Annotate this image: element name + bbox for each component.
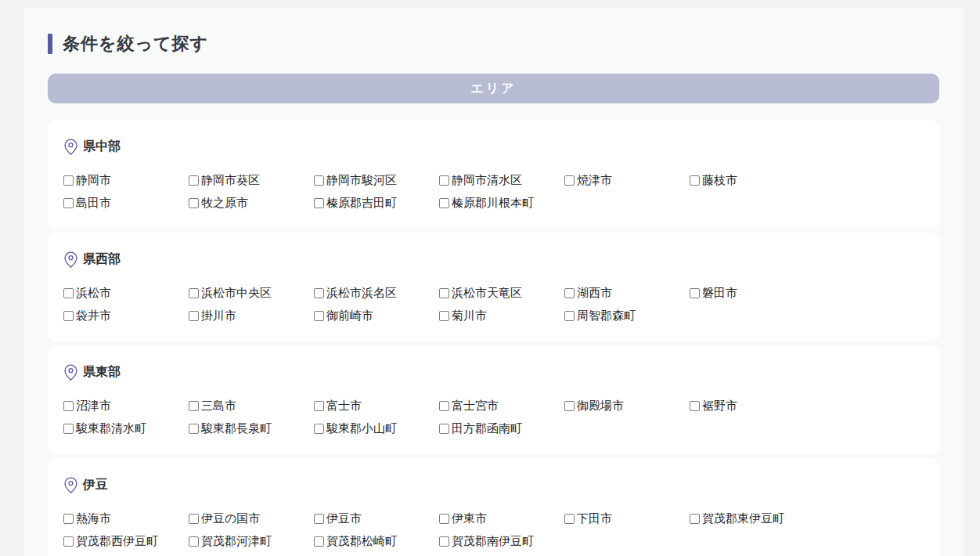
area-checkbox-item[interactable]: 御殿場市 xyxy=(564,398,690,413)
area-checkbox[interactable] xyxy=(314,175,324,186)
area-checkbox[interactable] xyxy=(189,536,199,547)
area-checkbox[interactable] xyxy=(564,514,575,524)
area-checkbox[interactable] xyxy=(314,424,324,434)
area-checkbox-item[interactable]: 静岡市駿河区 xyxy=(314,172,439,188)
area-checkbox[interactable] xyxy=(439,514,449,524)
area-checkbox[interactable] xyxy=(439,175,449,186)
area-checkbox-label: 静岡市清水区 xyxy=(452,173,522,188)
area-checkbox-item[interactable]: 駿東郡小山町 xyxy=(314,421,439,436)
area-checkbox-item[interactable]: 焼津市 xyxy=(564,172,690,188)
area-checkbox[interactable] xyxy=(189,175,199,186)
area-checkbox[interactable] xyxy=(314,198,324,208)
area-checkbox-item[interactable]: 賀茂郡東伊豆町 xyxy=(690,511,815,526)
area-checkbox-item[interactable]: 掛川市 xyxy=(189,308,314,323)
area-checkbox-item[interactable]: 榛原郡川根本町 xyxy=(439,195,564,211)
area-checkbox[interactable] xyxy=(564,311,575,321)
area-group-heading: 県中部 xyxy=(63,137,924,156)
area-group-heading: 県西部 xyxy=(63,250,924,269)
area-checkbox-item[interactable]: 静岡市清水区 xyxy=(439,172,564,188)
area-checkbox-item[interactable]: 賀茂郡西伊豆町 xyxy=(63,533,189,549)
area-checkbox[interactable] xyxy=(690,401,700,411)
area-checkbox-item[interactable]: 熱海市 xyxy=(63,511,189,526)
area-checkbox-item[interactable]: 島田市 xyxy=(63,195,189,211)
area-checkbox-item[interactable]: 伊豆の国市 xyxy=(189,511,314,526)
area-checkbox-item[interactable]: 周智郡森町 xyxy=(564,308,690,323)
area-checkbox-label: 湖西市 xyxy=(577,286,612,301)
area-checkbox-label: 御殿場市 xyxy=(577,399,624,413)
area-checkbox-item[interactable]: 磐田市 xyxy=(690,285,815,301)
area-checkbox[interactable] xyxy=(564,401,575,411)
area-checkbox[interactable] xyxy=(690,288,700,298)
area-checkbox[interactable] xyxy=(564,175,575,186)
area-checkbox-item[interactable]: 賀茂郡松崎町 xyxy=(314,533,439,549)
area-checkbox[interactable] xyxy=(439,311,449,321)
area-checkbox[interactable] xyxy=(189,288,199,298)
area-checkbox-item[interactable]: 富士宮市 xyxy=(439,398,564,413)
area-checkbox-item[interactable]: 賀茂郡河津町 xyxy=(189,533,314,549)
area-checkbox-label: 周智郡森町 xyxy=(577,309,636,323)
area-checkbox-item[interactable]: 裾野市 xyxy=(690,398,815,413)
area-checkbox-item[interactable]: 浜松市天竜区 xyxy=(439,285,564,301)
area-checkbox[interactable] xyxy=(63,198,74,208)
area-checkbox-item[interactable]: 藤枝市 xyxy=(690,172,815,188)
area-checkbox-label: 熱海市 xyxy=(76,511,111,526)
area-checkbox[interactable] xyxy=(63,401,74,411)
area-checkbox-item[interactable]: 三島市 xyxy=(189,398,314,413)
area-checkbox[interactable] xyxy=(189,424,199,434)
area-checkbox-item[interactable]: 浜松市中央区 xyxy=(189,285,314,301)
area-checkbox-item[interactable]: 静岡市葵区 xyxy=(189,172,314,188)
area-checkbox[interactable] xyxy=(314,288,324,298)
area-checkbox-item[interactable]: 駿東郡清水町 xyxy=(63,421,189,436)
area-checkbox[interactable] xyxy=(690,175,700,186)
area-checkbox-item[interactable]: 富士市 xyxy=(314,398,439,413)
area-checkbox[interactable] xyxy=(314,514,324,524)
area-checkbox-item[interactable]: 賀茂郡南伊豆町 xyxy=(439,533,564,549)
area-checkbox[interactable] xyxy=(189,514,199,524)
area-group-name: 伊豆 xyxy=(83,477,108,493)
area-checkbox[interactable] xyxy=(314,401,324,411)
area-checkbox-label: 榛原郡川根本町 xyxy=(452,196,534,211)
area-checkbox[interactable] xyxy=(564,288,575,298)
area-checkbox[interactable] xyxy=(63,175,74,186)
area-checkbox-item[interactable]: 田方郡函南町 xyxy=(439,421,564,436)
area-checkbox-label: 富士市 xyxy=(326,399,362,413)
area-checkbox-item[interactable]: 浜松市 xyxy=(63,285,189,301)
area-checkbox[interactable] xyxy=(439,424,449,434)
area-checkbox-item[interactable]: 駿東郡長泉町 xyxy=(189,421,314,436)
content-panel: 条件を絞って探す エリア 県中部 静岡市 静岡市葵区 静岡市駿河区 静岡市清水区 xyxy=(23,8,964,556)
area-checkbox[interactable] xyxy=(63,288,74,298)
area-checkbox[interactable] xyxy=(189,401,199,411)
area-checkbox-item[interactable]: 榛原郡吉田町 xyxy=(314,195,439,211)
map-pin-icon xyxy=(63,251,78,269)
area-checkbox-label: 掛川市 xyxy=(201,309,236,323)
area-checkbox[interactable] xyxy=(690,514,700,524)
area-checkbox[interactable] xyxy=(439,198,449,208)
area-checkbox[interactable] xyxy=(63,514,74,524)
area-checkbox-item[interactable]: 湖西市 xyxy=(564,285,690,301)
area-checkbox-item[interactable]: 菊川市 xyxy=(439,308,564,323)
area-checkbox[interactable] xyxy=(439,536,449,547)
area-checkbox-item[interactable]: 御前崎市 xyxy=(314,308,439,323)
area-checkbox-label: 賀茂郡河津町 xyxy=(201,534,272,549)
area-checkbox[interactable] xyxy=(63,424,74,434)
area-checkbox-item[interactable]: 浜松市浜名区 xyxy=(314,285,439,301)
area-group-card: 伊豆 熱海市 伊豆の国市 伊豆市 伊東市 下田市 賀茂郡東伊豆町 賀茂郡西伊豆町… xyxy=(48,458,939,556)
area-section-header: エリア xyxy=(48,74,939,103)
area-checkbox-item[interactable]: 伊豆市 xyxy=(314,511,439,526)
area-checkbox-grid: 浜松市 浜松市中央区 浜松市浜名区 浜松市天竜区 湖西市 磐田市 袋井市 掛川市… xyxy=(63,285,924,323)
area-checkbox-item[interactable]: 伊東市 xyxy=(439,511,564,526)
area-checkbox-item[interactable]: 沼津市 xyxy=(63,398,189,413)
area-checkbox[interactable] xyxy=(63,311,74,321)
area-checkbox[interactable] xyxy=(314,536,324,547)
area-checkbox[interactable] xyxy=(439,288,449,298)
area-checkbox-item[interactable]: 下田市 xyxy=(564,511,690,526)
area-checkbox-item[interactable]: 牧之原市 xyxy=(189,195,314,211)
area-checkbox-item[interactable]: 静岡市 xyxy=(63,172,189,188)
area-checkbox[interactable] xyxy=(63,536,74,547)
area-checkbox[interactable] xyxy=(314,311,324,321)
area-checkbox[interactable] xyxy=(189,198,199,208)
area-checkbox[interactable] xyxy=(189,311,199,321)
area-checkbox-item[interactable]: 袋井市 xyxy=(63,308,189,323)
area-checkbox[interactable] xyxy=(439,401,449,411)
map-pin-icon xyxy=(63,476,78,494)
